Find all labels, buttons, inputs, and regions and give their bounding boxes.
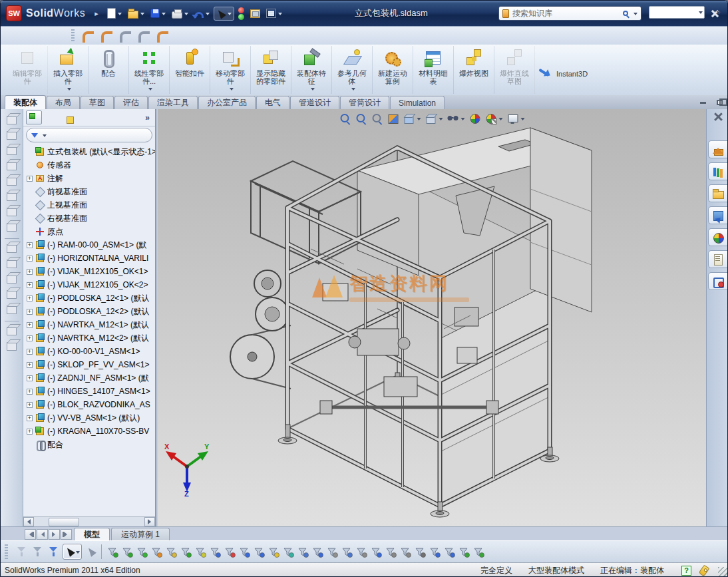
tree-item[interactable]: 传感器: [23, 158, 155, 172]
expand-plus-icon[interactable]: [27, 349, 33, 355]
selection-filter-icon[interactable]: [134, 544, 149, 560]
expand-plus-icon[interactable]: [27, 256, 33, 262]
view-tool-icon[interactable]: [7, 116, 17, 124]
tree-item[interactable]: (-) NAVRTKA_M12<2> (默认: [23, 331, 155, 345]
search-icon[interactable]: [623, 11, 628, 16]
dropdown-arrow-icon[interactable]: [148, 88, 152, 93]
selection-filter-icon[interactable]: [208, 544, 222, 560]
selection-filter-icon[interactable]: [427, 544, 442, 560]
graphics-viewport[interactable]: 智造资料网 X Y Z: [158, 109, 706, 526]
search-dropdown-icon[interactable]: [634, 13, 637, 17]
tree-item[interactable]: (-) BLOK_RAZVODNIKA_AS: [23, 398, 155, 411]
command-tab[interactable]: 布局: [47, 96, 80, 109]
routing-tool-icon[interactable]: [81, 29, 95, 43]
view-tool-icon[interactable]: [5, 321, 19, 321]
combo-dropdown-icon[interactable]: [699, 11, 703, 16]
tree-horizontal-scrollbar[interactable]: [23, 516, 155, 526]
dropdown-arrow-icon[interactable]: [499, 118, 503, 122]
view-tool-icon[interactable]: [7, 244, 17, 253]
selection-filter-icon[interactable]: [222, 544, 237, 560]
filter-dropdown-icon[interactable]: [43, 134, 47, 139]
task-pane-close-icon[interactable]: [713, 112, 723, 121]
routing-tool-icon[interactable]: [155, 29, 170, 43]
tree-item[interactable]: (-) RAM-00-00_ASM<1> (默: [23, 238, 155, 252]
selection-filter-icon[interactable]: [237, 544, 252, 560]
expand-plus-icon[interactable]: [27, 415, 33, 421]
command-tab[interactable]: 办公室产品: [198, 96, 256, 109]
dropdown-arrow-icon[interactable]: [461, 118, 465, 122]
tree-header-tab[interactable]: [61, 110, 77, 124]
headsup-tool-button[interactable]: [355, 111, 368, 126]
ribbon-button[interactable]: 移动零部件: [210, 46, 251, 94]
tree-tabs-overflow[interactable]: »: [145, 113, 152, 122]
tree-item[interactable]: 上视基准面: [23, 198, 155, 212]
status-help-icon[interactable]: ?: [681, 566, 691, 576]
selection-filter-icon[interactable]: [413, 544, 427, 560]
resize-grip[interactable]: [718, 567, 727, 576]
headsup-tool-button[interactable]: [403, 111, 422, 126]
scroll-thumb[interactable]: [49, 518, 79, 526]
command-tab[interactable]: 渲染工具: [148, 96, 198, 109]
tree-item[interactable]: (-) HINGES_14107_ASM<1>: [23, 385, 155, 398]
model-tab[interactable]: 模型: [74, 528, 110, 540]
dropdown-arrow-icon[interactable]: [67, 88, 71, 93]
selection-filter-icon[interactable]: [398, 544, 413, 560]
quick-tool-button[interactable]: [214, 7, 234, 21]
view-tool-icon[interactable]: [7, 192, 17, 201]
headsup-tool-button[interactable]: [339, 111, 352, 126]
tree-item[interactable]: (-) PODLOSKA_12<2> (默认: [23, 305, 155, 318]
dropdown-arrow-icon[interactable]: [351, 88, 355, 93]
dropdown-arrow-icon[interactable]: [439, 118, 443, 122]
tree-item[interactable]: (-) PODLOSKA_12<1> (默认: [23, 291, 155, 305]
command-tab[interactable]: 装配体: [5, 95, 46, 109]
view-tool-icon[interactable]: [7, 290, 17, 299]
tree-item[interactable]: 立式包装机 (默认<显示状态-1>: [23, 145, 155, 158]
dropdown-arrow-icon[interactable]: [228, 13, 232, 17]
selection-filter-icon[interactable]: [339, 544, 354, 560]
dropdown-arrow-icon[interactable]: [278, 13, 282, 17]
view-tool-icon[interactable]: [7, 327, 17, 335]
selection-filter-icon[interactable]: [354, 544, 369, 560]
selection-filter-icon[interactable]: [471, 544, 486, 560]
tree-item[interactable]: 右视基准面: [23, 212, 155, 225]
selection-filter-icon[interactable]: [252, 544, 266, 560]
view-tool-icon[interactable]: [7, 275, 17, 284]
headsup-tool-button[interactable]: [387, 111, 400, 126]
headsup-tool-button[interactable]: [506, 111, 526, 126]
expand-plus-icon[interactable]: [27, 322, 33, 328]
ribbon-button[interactable]: 插入零部件: [48, 46, 89, 94]
dropdown-arrow-icon[interactable]: [118, 13, 122, 17]
selection-filter-icon[interactable]: [442, 544, 456, 560]
last-tab-button[interactable]: [61, 529, 72, 540]
command-tab[interactable]: 评估: [114, 96, 148, 109]
model-tab[interactable]: 运动算例 1: [111, 528, 170, 540]
filter-tool-button[interactable]: [47, 544, 60, 560]
tree-filter-box[interactable]: [26, 128, 152, 142]
expand-plus-icon[interactable]: [27, 295, 33, 301]
selection-filter-icon[interactable]: [295, 544, 310, 560]
view-tool-icon[interactable]: [7, 260, 17, 268]
tree-item[interactable]: 注解: [23, 172, 155, 185]
document-restore-button[interactable]: [712, 97, 727, 108]
filter-tool-button[interactable]: [85, 544, 96, 560]
view-tool-icon[interactable]: [7, 177, 17, 186]
expand-plus-icon[interactable]: [27, 429, 33, 435]
headsup-tool-button[interactable]: [447, 111, 466, 126]
ribbon-button[interactable]: 爆炸直线草图: [494, 46, 535, 94]
tree-item[interactable]: (-) VV-VB_ASM<1> (默认): [23, 411, 155, 425]
quick-tool-button[interactable]: [236, 6, 246, 21]
ribbon-button[interactable]: 新建运动算例: [373, 46, 413, 94]
filter-tool-button[interactable]: [63, 544, 82, 560]
document-minimize-button[interactable]: [695, 97, 710, 108]
selection-filter-icon[interactable]: [325, 544, 339, 560]
tree-item[interactable]: (-) HORIZONTALNA_VARILI: [23, 252, 155, 265]
selection-filter-icon[interactable]: [369, 544, 383, 560]
knowledge-search-box[interactable]: 搜索知识库: [498, 6, 641, 21]
selection-filter-icon[interactable]: [456, 544, 471, 560]
expand-plus-icon[interactable]: [27, 282, 33, 288]
expand-plus-icon[interactable]: [27, 242, 33, 248]
command-tab[interactable]: 电气: [256, 96, 289, 109]
ribbon-button[interactable]: 线性零部件...: [129, 46, 170, 94]
tree-item[interactable]: 配合: [23, 438, 155, 451]
selection-filter-icon[interactable]: [310, 544, 325, 560]
